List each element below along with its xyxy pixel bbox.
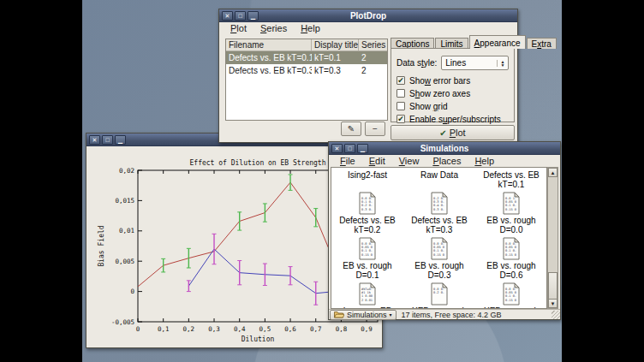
menu-plot[interactable]: Plot [224, 22, 253, 35]
svg-text:0,005: 0,005 [115, 258, 134, 265]
file-label: EB vs. roughD=0.6 [486, 261, 535, 280]
file-item-5[interactable]: 0.2 0.0.3 0.0.4 0.0.3 0.Defects vs. EBkT… [403, 192, 475, 237]
checkbox-row[interactable]: ✔Enable super/subscripts [397, 114, 509, 124]
svg-text:0.15 0: 0.15 0 [433, 253, 444, 257]
svg-text:0,02: 0,02 [119, 167, 134, 175]
menu-edit[interactable]: Edit [363, 155, 391, 168]
file-label: Defects vs. EBkT=0.2 [339, 216, 396, 234]
svg-text:Effect of Dilution on EB Stren: Effect of Dilution on EB Strength [190, 159, 326, 167]
chevron-down-icon: ▾ [390, 312, 392, 317]
menu-places[interactable]: Places [426, 155, 467, 168]
menu-help[interactable]: Help [295, 22, 326, 35]
tab-appearance[interactable]: Appearance [469, 35, 526, 49]
table-row[interactable]: Defects vs. EB kT=0.3kT=0.32 [226, 64, 387, 77]
menu-file[interactable]: File [334, 155, 361, 168]
minimize-icon[interactable]: ▁ [247, 11, 259, 21]
scroll-down-icon[interactable]: ▼ [548, 299, 558, 308]
file-item-10[interactable]: #kT=0.#1 1k1 0.002 0.01Layer vs. EB [331, 282, 403, 309]
column-header[interactable]: Series [359, 39, 387, 50]
combo-arrows-icon: ▲▼ [497, 60, 508, 67]
settings-tabs: CaptionsLimitsAppearanceExtra [391, 35, 558, 49]
screen: ✕□▁ Effect of Dilution on EB StrengthDil… [0, 0, 644, 362]
checkbox[interactable] [397, 102, 405, 110]
appearance-panel: Data style: Lines ▲▼ ✔Show error barsSho… [391, 48, 515, 122]
file-item-3[interactable]: Defects vs. EBkT=0.1 [475, 169, 547, 192]
text-file-icon: 0.0 0.0.05 00.1 0.0.15 0 [430, 237, 449, 260]
location-button[interactable]: Simulations ▾ [330, 310, 397, 320]
checkbox[interactable] [397, 89, 405, 98]
close-icon[interactable]: ✕ [89, 135, 100, 145]
table-row[interactable]: Defects vs. EB kT=0.1kT=0.12 [226, 51, 387, 64]
column-header[interactable]: Display title [312, 39, 359, 50]
file-label: Ising2-fast [348, 170, 387, 180]
text-file-icon: 0.2 0.0.3 0.0.4 0.0.3 0. [430, 192, 449, 215]
svg-text:0: 0 [136, 325, 140, 333]
svg-text:0,4: 0,4 [234, 325, 246, 333]
plotdrop-file-table[interactable]: FilenameDisplay titleSeries Defects vs. … [225, 39, 388, 121]
resize-grip[interactable] [552, 311, 560, 319]
menu-help[interactable]: Help [468, 155, 500, 168]
maximize-icon[interactable]: □ [102, 135, 113, 145]
checkbox[interactable]: ✔ [397, 76, 405, 85]
tab-extra[interactable]: Extra [527, 38, 557, 49]
simulations-titlebar[interactable]: ✕□▁ Simulations [329, 142, 560, 155]
checkbox-row[interactable]: Show grid [397, 101, 509, 111]
menu-series[interactable]: Series [254, 22, 293, 35]
text-file-icon: 0.0 1.0.05 00.1 0.0.15 0 [502, 192, 521, 215]
svg-text:0.2 0.: 0.2 0. [433, 291, 444, 294]
vertical-scrollbar[interactable]: ▲ ▼ [547, 167, 558, 309]
file-item-2[interactable]: Raw Data [403, 169, 475, 192]
menu-view[interactable]: View [393, 155, 426, 168]
svg-text:0,2: 0,2 [183, 325, 195, 333]
checkbox-row[interactable]: Show zero axes [397, 88, 509, 98]
svg-text:0: 0 [130, 288, 134, 295]
check-icon: ✔ [439, 128, 446, 138]
file-label: Defects vs. EBkT=0.3 [411, 216, 468, 234]
plot-button[interactable]: ✔Plot [391, 125, 515, 140]
table-header[interactable]: FilenameDisplay titleSeries [226, 39, 387, 51]
remove-button[interactable]: − [365, 122, 385, 136]
file-item-11[interactable]: 0.0 0.0.2 0.XEB vs. rough [403, 282, 475, 309]
table-cell: Defects vs. EB kT=0.1 [226, 51, 312, 64]
scrollbar-thumb[interactable] [548, 272, 558, 300]
file-item-7[interactable]: 0.0 0.0.05 00.1 0.0.15 0EB vs. roughD=0.… [331, 237, 403, 282]
checkbox-row[interactable]: ✔Show error bars [397, 75, 509, 86]
svg-text:0,3: 0,3 [208, 325, 220, 333]
svg-text:0.3 0.: 0.3 0. [361, 208, 373, 211]
minus-icon: − [373, 124, 378, 134]
text-file-icon: #kT=0.#1 1k1 0.002 0.01 [358, 282, 377, 306]
file-item-1[interactable]: Ising2-fast [331, 169, 403, 192]
svg-text:0,6: 0,6 [284, 325, 296, 333]
svg-text:Bias Field: Bias Field [98, 225, 105, 266]
file-item-4[interactable]: 0.0 0.0.1 0.0.2 0.0.3 0.Defects vs. EBkT… [331, 192, 403, 237]
checkbox[interactable]: ✔ [397, 115, 405, 123]
svg-text:0,015: 0,015 [115, 197, 134, 205]
plotdrop-titlebar[interactable]: ✕□▁ PlotDrop [219, 9, 517, 22]
file-label: EB vs. roughD=0.1 [343, 261, 391, 280]
file-item-12[interactable]: 0.0 0.0.05 00.1 0.0.15 0XEB vs. rough [475, 282, 547, 309]
minimize-icon[interactable]: ▁ [115, 135, 126, 145]
svg-text:0.15 0: 0.15 0 [505, 253, 516, 257]
close-icon[interactable]: ✕ [331, 144, 343, 153]
scroll-up-icon[interactable]: ▲ [548, 168, 558, 177]
close-icon[interactable]: ✕ [222, 11, 233, 21]
data-style-select[interactable]: Lines ▲▼ [441, 56, 509, 70]
maximize-icon[interactable]: □ [344, 144, 355, 153]
checkbox-label: Show error bars [409, 76, 470, 86]
svg-text:Dilution: Dilution [242, 335, 275, 343]
svg-text:0,7: 0,7 [310, 325, 322, 333]
svg-text:0.15 0: 0.15 0 [505, 208, 516, 211]
data-style-label: Data style: [397, 58, 437, 68]
plot-button-label: Plot [450, 128, 466, 138]
edit-button[interactable]: ✎ [341, 122, 361, 136]
minimize-icon[interactable]: ▁ [357, 144, 368, 153]
file-label: EB vs. roughD=0.3 [414, 261, 463, 280]
file-item-6[interactable]: 0.0 1.0.05 00.1 0.0.15 0EB vs. roughD=0.… [475, 192, 547, 237]
svg-text:2 0.01: 2 0.01 [361, 299, 373, 302]
column-header[interactable]: Filename [226, 39, 312, 50]
simulations-menubar: FileEditViewPlacesHelp [329, 155, 560, 168]
file-item-9[interactable]: 0.0 0.0.05 00.1 0.0.15 0EB vs. roughD=0.… [475, 237, 547, 282]
table-cell: kT=0.3 [312, 64, 359, 77]
maximize-icon[interactable]: □ [235, 11, 246, 21]
file-item-8[interactable]: 0.0 0.0.05 00.1 0.0.15 0EB vs. roughD=0.… [403, 237, 475, 282]
